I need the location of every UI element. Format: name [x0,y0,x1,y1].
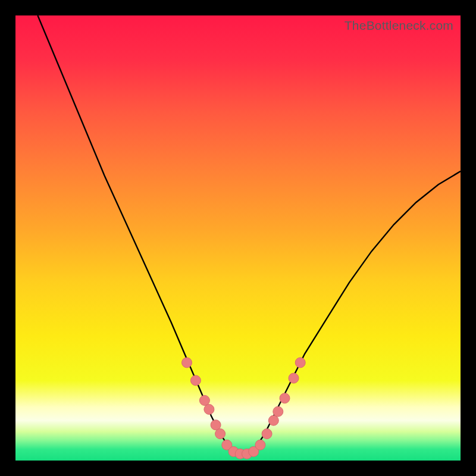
chart-svg [15,15,461,461]
marker-dot [280,393,290,403]
marker-dot [273,406,283,416]
plot-area: TheBottleneck.com [15,15,461,461]
marker-dot [215,429,226,439]
marker-dot [262,429,272,439]
marker-dot [199,396,209,406]
bottleneck-curve [37,15,461,454]
marker-group [182,358,306,459]
marker-dot [295,358,305,368]
marker-dot [204,405,214,415]
marker-dot [255,440,265,450]
marker-dot [182,358,192,368]
marker-dot [211,420,221,430]
marker-dot [190,375,201,386]
marker-dot [289,373,299,383]
chart-frame: TheBottleneck.com [0,0,476,476]
marker-dot [268,415,278,425]
